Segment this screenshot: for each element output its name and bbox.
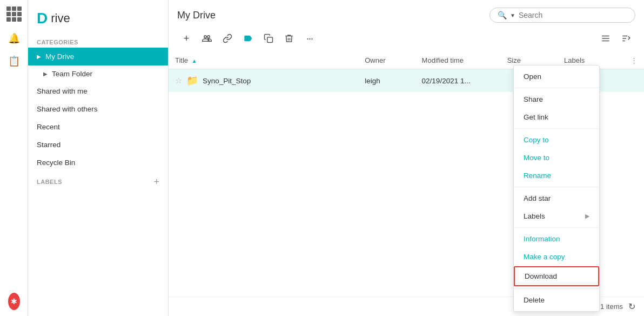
more-options-button[interactable]: ···	[300, 29, 319, 48]
context-menu-add-star[interactable]: Add star	[514, 189, 599, 207]
context-menu-share[interactable]: Share	[514, 90, 599, 108]
copy-button[interactable]	[259, 29, 278, 48]
file-title-cell: ☆ 📁 Syno_Pit_Stop	[169, 69, 358, 93]
context-menu-move-to[interactable]: Move to	[514, 149, 599, 167]
folder-icon: 📁	[186, 75, 198, 87]
app-grid-icon[interactable]	[6, 6, 22, 22]
search-dropdown-icon[interactable]: ▼	[510, 12, 515, 18]
context-menu-download[interactable]: Download	[514, 266, 599, 286]
settings-icon[interactable]: ✱	[8, 295, 20, 307]
logo-d: D	[37, 10, 48, 27]
sidebar: D rive CATEGORIES ▶ My Drive ▶ Team Fold…	[28, 0, 169, 316]
context-menu-divider-4	[514, 227, 599, 228]
main-header: My Drive 🔍 ▼	[169, 0, 644, 27]
sidebar-item-label: Recent	[37, 123, 60, 131]
context-menu-labels[interactable]: Labels ▶	[514, 207, 599, 225]
sidebar-item-label: Team Folder	[52, 70, 92, 78]
tag-button[interactable]	[239, 29, 257, 48]
sidebar-item-recent[interactable]: Recent	[28, 118, 168, 136]
context-menu-get-link[interactable]: Get link	[514, 108, 599, 126]
toolbar-right	[596, 29, 635, 48]
main-area: My Drive 🔍 ▼ +	[169, 0, 644, 316]
sidebar-item-label: Shared with others	[37, 105, 98, 113]
add-label-button[interactable]: +	[153, 177, 159, 187]
column-modified: Modified time	[415, 52, 501, 69]
file-more	[624, 69, 644, 93]
list-view-button[interactable]	[596, 29, 615, 48]
chevron-icon: ▶	[43, 71, 48, 77]
logo-area: D rive	[28, 4, 168, 36]
context-menu: Open Share Get link Copy to Move to Rena…	[513, 65, 600, 312]
chevron-right-icon: ▶	[585, 213, 589, 220]
search-input[interactable]	[519, 11, 627, 19]
link-button[interactable]	[218, 29, 237, 48]
chevron-icon: ▶	[37, 54, 41, 60]
column-owner: Owner	[358, 52, 415, 69]
sidebar-item-label: Starred	[37, 141, 61, 149]
sidebar-item-team-folder[interactable]: ▶ Team Folder	[28, 65, 168, 82]
sort-icon: ▲	[192, 58, 197, 64]
notes-icon[interactable]: 📋	[8, 55, 20, 67]
column-more-icon[interactable]: ⋮	[630, 56, 638, 64]
context-menu-information[interactable]: Information	[514, 230, 599, 248]
sidebar-item-starred[interactable]: Starred	[28, 136, 168, 154]
context-menu-open[interactable]: Open	[514, 68, 599, 85]
labels-label: LABELS	[37, 179, 62, 185]
sidebar-item-shared-with-me[interactable]: Shared with me	[28, 82, 168, 100]
item-count: 1 items	[600, 302, 623, 311]
column-more: ⋮	[624, 52, 644, 69]
file-modified: 02/19/2021 1...	[415, 69, 501, 93]
sort-button[interactable]	[617, 29, 635, 48]
sidebar-item-label: Recycle Bin	[37, 159, 75, 167]
context-menu-delete[interactable]: Delete	[514, 291, 599, 309]
file-name: Syno_Pit_Stop	[203, 77, 251, 85]
gear-circle[interactable]: ✱	[8, 293, 20, 310]
context-menu-divider-2	[514, 128, 599, 129]
context-menu-divider-1	[514, 88, 599, 88]
context-menu-rename[interactable]: Rename	[514, 167, 599, 185]
column-title: Title ▲	[169, 52, 358, 69]
toolbar: +	[169, 27, 644, 52]
refresh-button[interactable]: ↻	[628, 301, 635, 312]
trash-button[interactable]	[280, 29, 298, 48]
star-icon[interactable]: ☆	[175, 76, 182, 85]
context-menu-copy-to[interactable]: Copy to	[514, 131, 599, 149]
file-owner: leigh	[358, 69, 415, 93]
sidebar-item-label: Shared with me	[37, 87, 88, 95]
sidebar-item-shared-with-others[interactable]: Shared with others	[28, 100, 168, 118]
icon-bar: 🔔 📋 ✱	[0, 0, 28, 316]
context-menu-divider-3	[514, 187, 599, 187]
file-row-title: ☆ 📁 Syno_Pit_Stop	[175, 75, 352, 87]
sidebar-item-recycle-bin[interactable]: Recycle Bin	[28, 154, 168, 172]
labels-section: LABELS +	[28, 172, 168, 189]
search-box[interactable]: 🔍 ▼	[489, 8, 635, 23]
categories-label: CATEGORIES	[28, 36, 168, 48]
context-menu-make-a-copy[interactable]: Make a copy	[514, 248, 599, 266]
context-menu-divider-5	[514, 288, 599, 289]
search-icon: 🔍	[498, 11, 507, 19]
svg-rect-0	[267, 37, 273, 43]
sidebar-item-my-drive[interactable]: ▶ My Drive	[28, 48, 168, 65]
share-button[interactable]	[198, 29, 216, 48]
bell-icon[interactable]: 🔔	[8, 32, 20, 44]
logo-text: rive	[51, 11, 70, 25]
sidebar-item-label: My Drive	[45, 52, 74, 61]
add-button[interactable]: +	[177, 29, 196, 48]
page-title: My Drive	[177, 10, 216, 21]
